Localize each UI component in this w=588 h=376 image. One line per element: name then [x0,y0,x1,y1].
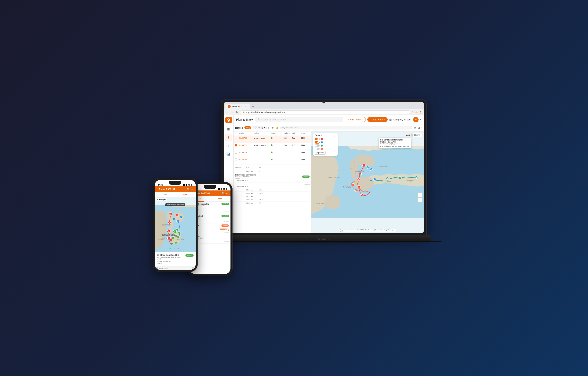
search-input[interactable]: 🔍 Search by Order Number [255,117,343,122]
more-icon-1[interactable]: ⋯ [191,188,194,191]
notification-icon[interactable]: 🔔 [275,126,279,129]
menu-icon[interactable]: ⋮ [419,111,422,114]
row-checkbox[interactable] [235,151,237,154]
user-avatar[interactable]: AN [413,117,419,122]
bookmark-icon[interactable]: ☆ [411,111,414,114]
add-route-dropdown-icon: ▾ [361,118,363,121]
svg-text:Hackensack: Hackensack [161,224,171,226]
map-view-button[interactable]: Map [404,133,412,137]
laptop-body: T Track-POD ✕ + ‹ › ↻ 🔒 https://web.trac… [221,100,426,235]
row-checkbox[interactable] [235,158,237,161]
svg-text:Farmingdale: Farmingdale [406,180,414,182]
notified-badge: Notified [304,183,310,185]
stop-item[interactable]: Notified 09:22 am6.5 [235,182,310,188]
svg-text:7: 7 [353,184,353,186]
battery-icon: ▓ [191,184,192,186]
drivers-panel: Drivers [313,133,338,156]
status-indicator [271,144,273,146]
filter-options-icon[interactable]: ⚙ [414,126,416,129]
search-icon-2[interactable]: 🔍 [222,192,225,195]
tab-close-btn[interactable]: ✕ [244,105,247,108]
copy-icon[interactable]: ⎘ [268,126,270,129]
route-code: R138728 [239,137,254,139]
tab-list-1[interactable]: LIST [155,192,175,197]
view-toggle-icons[interactable]: ⊞ [389,118,392,121]
driver-toggle-4[interactable] [315,148,320,150]
signal-type-2: 4G [223,188,225,190]
all-stops-badge[interactable]: ➤ All Stops ▾ [156,198,167,201]
browser-toolbar: ‹ › ↻ 🔒 https://web.track-pod.com/en/pla… [224,109,424,115]
row-more-icon[interactable]: ⋮ [235,161,239,163]
phone-map-1: 6 7 3 2 9 3 8 [155,197,196,266]
route-code: R138729 [239,151,254,153]
search-icon-1[interactable]: 🔍 [187,188,190,191]
row-checkbox[interactable] [235,144,237,146]
driver-toggle-2[interactable] [315,141,320,144]
phone-notch-2 [204,185,216,189]
table-row[interactable]: R138727 Truck 13 (Peter) 745 7.7 09:00 1… [233,143,311,150]
row-more-icon[interactable]: ⋮ [235,147,239,149]
back-button[interactable]: ‹ [225,110,229,114]
svg-text:MANHATTAN: MANHATTAN [355,171,364,172]
save-button[interactable]: 💾 Save [315,151,326,155]
row-checkbox[interactable] [235,137,237,139]
laptop-screen: T Track-POD ✕ + ‹ › ↻ 🔒 https://web.trac… [224,102,424,233]
browser-tab[interactable]: T Track-POD ✕ [225,104,250,109]
tab-map-2[interactable]: MAP [210,196,231,201]
user-menu-chevron[interactable]: ▾ [420,118,421,121]
sidebar-icon-menu[interactable]: ☰ [225,126,232,133]
stop-item[interactable]: Elite Courier Services Ltd Brooklyn, NY … [235,173,310,182]
svg-text:3: 3 [168,231,169,232]
table-row[interactable]: R138730 09:00 11:38 62.1 ⋮ [233,157,311,165]
rearrive-button[interactable]: REARRIVE [219,229,229,231]
hybrid-view-button[interactable]: Hybrid [412,133,422,137]
phone-status-right-1: ▋▋▋ 4G ▓ [183,184,192,186]
tab-favicon: T [228,105,231,108]
new-tab-button[interactable]: + [251,104,255,109]
svg-point-52 [176,228,178,231]
map-background: 1 2 3 4 5 [311,131,424,233]
phone-1: 14:02 ▋▋▋ 4G ▓ ‹ Route R000161 🔍 ⋯ [153,178,198,272]
row-more-icon[interactable]: ⋮ [235,154,239,156]
tab-map-1[interactable]: MAP [175,192,196,197]
view-options[interactable]: ⊞ ≡ [418,126,422,129]
forward-button[interactable]: › [230,110,234,114]
driver-color-4 [321,148,323,150]
app-layout: ☰ 📍 ≡ 📊 Plan & Track 🔍 Search by Order [224,115,424,233]
grid-view-icon[interactable]: ⊞ [418,126,420,129]
svg-text:8: 8 [416,177,417,178]
url-bar[interactable]: 🔒 https://web.track-pod.com/en/plan-trac… [240,110,410,114]
zoom-in-button[interactable]: + [418,192,422,197]
browser-chrome: T Track-POD ✕ + ‹ › ↻ 🔒 https://web.trac… [224,102,424,115]
sidebar-icon-list[interactable]: ≡ [225,142,232,149]
back-button-1[interactable]: ‹ [157,188,158,191]
svg-point-53 [178,231,180,234]
sidebar-icon-map[interactable]: 📍 [225,134,232,141]
table-row[interactable]: R138729 09:00 11:43 75.3 ⋮ [233,150,311,157]
stop-address: 8837 Border Road New York, NY 10025 [157,256,185,260]
date-filter[interactable]: 📅 Today ▾ [253,126,267,129]
extension-icon[interactable]: ⚡ [415,111,418,114]
add-order-icon: + [370,118,371,121]
row-more-icon[interactable]: ⋮ [235,140,239,142]
route-title-2: Route R000161 [194,192,220,195]
status-indicator [271,137,273,139]
zoom-out-button[interactable]: − [418,198,422,202]
svg-text:Hoboken: Hoboken [158,238,165,240]
driver-toggle-1[interactable] [315,138,320,140]
delete-icon[interactable]: 🗑 [272,126,274,129]
map-area[interactable]: 1 2 3 4 5 [311,131,424,233]
driver-toggle-3[interactable] [315,144,320,147]
browser-action-icons: ☆ ⚡ ⋮ [411,111,422,114]
more-icon-2[interactable]: ⋯ [226,192,229,195]
maps-icon: 🗺 [156,267,158,269]
table-row[interactable]: R138728 Truck 14 (Paul) 620 7.1 09:00 11… [233,136,311,143]
phone-status-right-2: ▋▋▋ 4G ▓ [218,188,227,190]
add-route-button[interactable]: + Add Route ▾ [345,117,366,122]
add-order-button[interactable]: + Add Order ▾ [367,117,388,122]
reload-button[interactable]: ↻ [235,110,239,114]
list-view-icon[interactable]: ≡ [421,126,422,129]
sidebar-icon-chart[interactable]: 📊 [225,150,232,158]
scene: T Track-POD ✕ + ‹ › ↻ 🔒 https://web.trac… [151,96,437,280]
filter-routes-input[interactable]: 🔍 Filter Routes [280,126,412,129]
